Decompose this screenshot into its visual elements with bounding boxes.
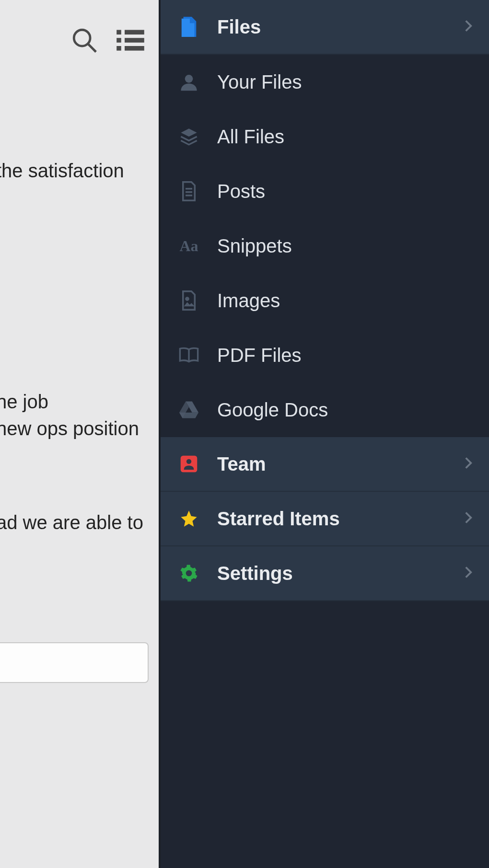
svg-point-8: [185, 75, 193, 83]
text-fragment: the satisfaction: [0, 157, 124, 184]
stack-icon: [178, 127, 200, 146]
team-icon: [178, 455, 200, 473]
item-label: Posts: [217, 181, 265, 202]
sidebar-empty-space: [161, 601, 489, 868]
text-fragment: new ops position: [0, 415, 139, 442]
svg-rect-5: [125, 38, 144, 43]
svg-rect-4: [116, 38, 121, 43]
svg-rect-6: [116, 46, 121, 51]
section-label: Settings: [217, 563, 293, 584]
list-icon[interactable]: [116, 29, 144, 54]
star-icon: [178, 509, 200, 528]
sidebar-section-starred[interactable]: Starred Items: [161, 492, 489, 546]
sidebar-item-google-docs[interactable]: Google Docs: [161, 382, 489, 437]
sidebar-item-snippets[interactable]: Aa Snippets: [161, 219, 489, 273]
svg-point-15: [186, 459, 191, 464]
sidebar-item-posts[interactable]: Posts: [161, 164, 489, 219]
svg-rect-2: [116, 30, 121, 35]
item-label: Images: [217, 290, 280, 312]
document-icon: [178, 181, 200, 201]
section-label: Files: [217, 16, 261, 38]
item-label: PDF Files: [217, 345, 302, 366]
svg-point-12: [186, 298, 188, 300]
chat-pane-fragment: the satisfaction ne job new ops position…: [0, 0, 161, 868]
book-icon: [178, 347, 200, 364]
top-toolbar: [70, 26, 144, 56]
text-aa-icon: Aa: [178, 237, 200, 255]
chevron-right-icon: [464, 511, 473, 526]
sidebar-item-pdf-files[interactable]: PDF Files: [161, 328, 489, 382]
section-label: Team: [217, 453, 266, 475]
sidebar-item-images[interactable]: Images: [161, 273, 489, 328]
sidebar-item-your-files[interactable]: Your Files: [161, 55, 489, 109]
svg-rect-3: [125, 30, 144, 35]
chevron-right-icon: [464, 566, 473, 581]
message-input-fragment[interactable]: [0, 642, 149, 683]
svg-point-0: [74, 30, 90, 46]
svg-rect-7: [125, 46, 144, 51]
image-icon: [178, 290, 200, 311]
item-label: Your Files: [217, 71, 302, 93]
search-icon[interactable]: [70, 26, 98, 56]
files-icon: [178, 17, 200, 37]
google-drive-icon: [178, 401, 200, 418]
person-icon: [178, 72, 200, 92]
text-fragment: ne job: [0, 388, 48, 415]
sidebar-section-files[interactable]: Files: [161, 0, 489, 55]
section-label: Starred Items: [217, 508, 340, 530]
sidebar-section-team[interactable]: Team: [161, 437, 489, 492]
flex-sidebar: Files Your Files All Files Posts Aa Snip…: [161, 0, 489, 868]
chevron-right-icon: [464, 19, 473, 35]
svg-line-1: [88, 44, 96, 52]
sidebar-item-all-files[interactable]: All Files: [161, 109, 489, 164]
item-label: Google Docs: [217, 399, 328, 421]
chevron-right-icon: [464, 456, 473, 472]
gear-icon: [178, 564, 200, 582]
item-label: All Files: [217, 126, 284, 148]
sidebar-section-settings[interactable]: Settings: [161, 546, 489, 601]
text-fragment: ad we are able to: [0, 509, 143, 536]
item-label: Snippets: [217, 235, 292, 257]
